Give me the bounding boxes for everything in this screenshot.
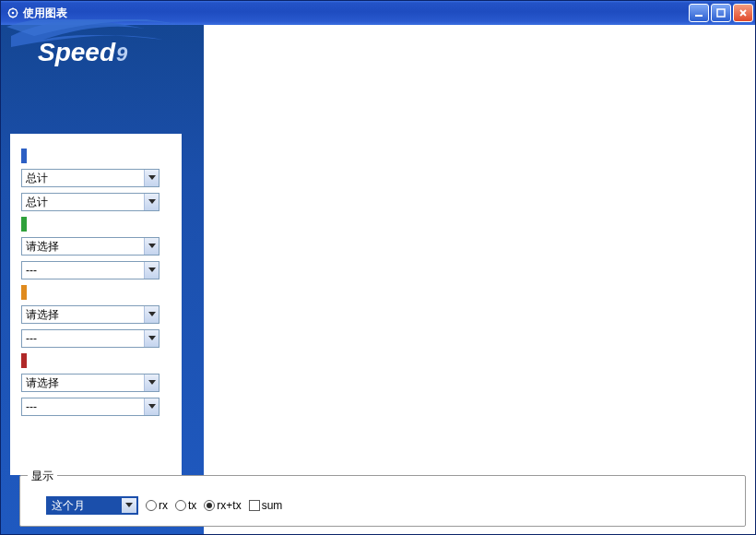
select-value: 总计 — [26, 171, 48, 186]
select-value: --- — [26, 332, 37, 345]
display-row: 这个月 rx tx rx+tx sum — [30, 496, 736, 515]
svg-marker-19 — [148, 336, 156, 340]
radio-icon — [175, 500, 186, 511]
radio-rxtx[interactable]: rx+tx — [204, 499, 241, 512]
select-value: --- — [26, 264, 37, 277]
brand-logo: Speed9 — [38, 38, 127, 67]
app-window: 使用图表 Speed9 总计 总计 — [0, 0, 756, 535]
radio-icon — [204, 500, 215, 511]
display-legend: 显示 — [28, 469, 57, 484]
chevron-down-icon — [144, 330, 159, 347]
svg-marker-22 — [125, 503, 133, 507]
gear-icon — [6, 6, 19, 19]
checkbox-label: sum — [262, 499, 283, 512]
window-buttons — [689, 4, 753, 22]
chevron-down-icon — [144, 374, 159, 391]
series-chip-2 — [21, 217, 27, 232]
svg-marker-16 — [148, 244, 156, 248]
series-2-select-a[interactable]: 请选择 — [21, 237, 159, 256]
series-4-select-a[interactable]: 请选择 — [21, 374, 159, 392]
select-value: 请选择 — [26, 307, 59, 323]
checkbox-icon — [249, 500, 260, 511]
radio-label: rx — [159, 499, 168, 512]
svg-line-7 — [16, 16, 17, 17]
chevron-down-icon — [144, 306, 159, 323]
content-area: Speed9 总计 总计 请选择 --- 请选择 — [1, 25, 755, 534]
chevron-down-icon — [144, 170, 159, 186]
series-1-select-a[interactable]: 总计 — [21, 169, 159, 187]
svg-marker-15 — [148, 199, 156, 204]
range-select[interactable]: 这个月 — [46, 496, 138, 515]
svg-marker-18 — [148, 312, 156, 316]
svg-point-1 — [12, 12, 15, 15]
select-value: --- — [26, 400, 37, 413]
radio-tx[interactable]: tx — [175, 499, 196, 512]
select-value: 请选择 — [26, 375, 59, 391]
radio-rx[interactable]: rx — [146, 499, 168, 512]
checkbox-sum[interactable]: sum — [249, 499, 283, 512]
svg-marker-20 — [148, 380, 156, 385]
select-value: 总计 — [26, 195, 48, 210]
radio-icon — [146, 500, 157, 511]
display-group: 显示 这个月 rx tx rx+tx — [19, 475, 746, 527]
svg-line-8 — [9, 16, 10, 17]
brand-text: Speed — [38, 38, 115, 66]
chevron-down-icon — [144, 262, 159, 279]
series-chip-4 — [21, 353, 27, 368]
radio-label: tx — [188, 499, 196, 512]
series-3-select-a[interactable]: 请选择 — [21, 305, 159, 324]
maximize-button[interactable] — [711, 4, 731, 22]
svg-line-6 — [9, 9, 10, 10]
svg-marker-14 — [148, 175, 156, 180]
select-value: 这个月 — [52, 498, 85, 514]
svg-marker-17 — [148, 268, 156, 272]
series-2-select-b[interactable]: --- — [21, 261, 159, 279]
titlebar[interactable]: 使用图表 — [1, 1, 755, 25]
series-chip-3 — [21, 285, 27, 300]
chevron-down-icon — [144, 398, 159, 415]
chevron-down-icon — [122, 498, 136, 513]
select-value: 请选择 — [26, 239, 59, 255]
series-panel: 总计 总计 请选择 --- 请选择 --- — [10, 134, 182, 475]
series-chip-1 — [21, 149, 27, 163]
close-button[interactable] — [733, 4, 753, 22]
svg-rect-11 — [717, 9, 725, 17]
minimize-button[interactable] — [689, 4, 709, 22]
svg-marker-21 — [148, 404, 156, 409]
series-1-select-b[interactable]: 总计 — [21, 193, 159, 211]
series-4-select-b[interactable]: --- — [21, 398, 159, 416]
series-3-select-b[interactable]: --- — [21, 329, 159, 348]
svg-line-9 — [16, 9, 17, 10]
chevron-down-icon — [144, 238, 159, 255]
svg-rect-10 — [695, 15, 703, 17]
chevron-down-icon — [144, 194, 159, 210]
radio-label: rx+tx — [217, 499, 241, 512]
brand-suffix: 9 — [116, 42, 127, 65]
window-title: 使用图表 — [23, 6, 689, 21]
